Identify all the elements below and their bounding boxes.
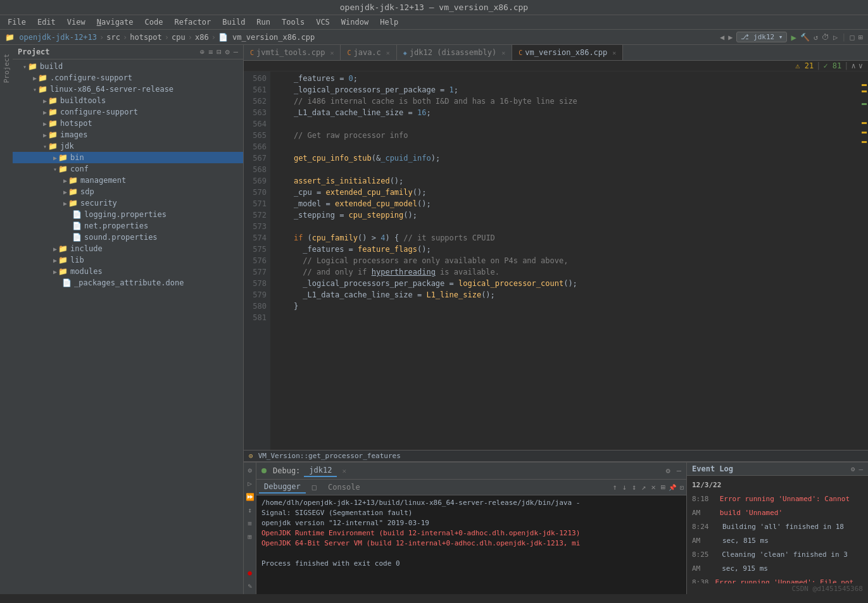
bottom-icon-7[interactable]: ●	[246, 568, 253, 578]
code-content[interactable]: _features = 0; _logical_processors_per_p…	[270, 71, 860, 450]
tree-folder-configure-support[interactable]: ▶ 📁 .configure-support	[13, 72, 243, 84]
menu-build[interactable]: Build	[217, 16, 250, 28]
event-row-3: 8:25 AM Cleaning 'clean' finished in 3 s…	[692, 548, 863, 576]
event-settings-icon[interactable]: ⚙	[851, 465, 855, 473]
tree-folder-bin[interactable]: ▶ 📁 bin	[13, 152, 243, 163]
sort-icon[interactable]: ≡	[208, 47, 213, 56]
chevron-up-icon[interactable]: ∧	[852, 61, 856, 70]
tree-folder-security[interactable]: ▶ 📁 security	[13, 197, 243, 209]
tree-folder-images[interactable]: ▶ 📁 images	[13, 129, 243, 140]
tab-jdk12-close[interactable]: ✕	[501, 49, 505, 56]
tree-folder-lib[interactable]: ▶ 📁 lib	[13, 254, 243, 266]
debug-tool-4[interactable]: ↗	[639, 482, 648, 493]
profile-icon[interactable]: ▷	[833, 33, 838, 42]
breadcrumb-x86[interactable]: x86	[195, 33, 209, 42]
breadcrumb-file[interactable]: 📄 vm_version_x86.cpp	[218, 33, 315, 42]
debug-tool-2[interactable]: ↓	[620, 482, 629, 493]
branch-selector[interactable]: ⎇ jdk12 ▾	[736, 32, 787, 42]
tab-vm-version-close[interactable]: ✕	[612, 49, 616, 56]
tab-jvmti[interactable]: C jvmti_tools.cpp ✕	[244, 45, 341, 60]
bottom-icon-4[interactable]: ↕	[246, 505, 253, 516]
tree-folder-jdk[interactable]: ▾ 📁 jdk	[13, 140, 243, 152]
folder-icon: 📁	[68, 176, 78, 185]
debug-settings-icon[interactable]: ⚙	[666, 466, 670, 475]
tree-file-logging[interactable]: 📄 logging.properties	[13, 209, 243, 220]
add-icon[interactable]: ⊕	[200, 47, 204, 56]
stop-icon[interactable]: □	[850, 33, 855, 42]
bottom-icon-6[interactable]: ⊞	[246, 532, 253, 542]
debug-content[interactable]: /home/dlh/openjdk-jdk-12+13/build/linux-…	[256, 495, 686, 594]
console-pin-icon[interactable]: 📌	[669, 484, 676, 491]
menu-code[interactable]: Code	[140, 16, 168, 28]
tree-folder-configure-support-child[interactable]: ▶ 📁 configure-support	[13, 106, 243, 118]
project-tab[interactable]: Project	[1, 50, 12, 87]
minimize-icon[interactable]: —	[234, 47, 238, 56]
tree-folder-linux[interactable]: ▾ 📁 linux-x86_64-server-release	[13, 84, 243, 95]
tree-folder-management[interactable]: ▶ 📁 management	[13, 175, 243, 186]
menu-refactor[interactable]: Refactor	[169, 16, 216, 28]
tab-jdk12[interactable]: ◈ jdk12 (disassembly) ✕	[397, 45, 512, 60]
menu-edit[interactable]: Edit	[32, 16, 61, 28]
code-editor[interactable]: 560 561 562 563 564 565 566 567 568 569 …	[244, 71, 868, 450]
tree-folder-modules[interactable]: ▶ 📁 modules	[13, 266, 243, 277]
bottom-icon-8[interactable]: ✎	[246, 581, 253, 592]
breadcrumb-project[interactable]: 📁 openjdk-jdk-12+13	[5, 33, 97, 42]
tree-file-net[interactable]: 📄 net.properties	[13, 220, 243, 232]
bottom-icon-2[interactable]: ▷	[246, 478, 253, 489]
build-hammer-icon[interactable]: 🔨	[800, 33, 810, 42]
menu-help[interactable]: Help	[375, 16, 403, 28]
tree-folder-conf[interactable]: ▾ 📁 conf	[13, 163, 243, 175]
event-minimize-icon[interactable]: —	[859, 465, 863, 473]
line-566: 566	[244, 141, 267, 152]
reload-icon[interactable]: ↺	[814, 33, 818, 42]
scroll-marker-warning-4	[862, 132, 867, 134]
tree-folder-build[interactable]: ▾ 📁 build	[13, 61, 243, 72]
arrow-linux: ▾	[33, 86, 37, 93]
debug-tool-6[interactable]: ⊞	[659, 482, 667, 493]
nav-back-icon[interactable]: ◀	[720, 33, 724, 42]
event-content[interactable]: 12/3/22 8:18 AM Error running 'Unnamed':…	[687, 476, 868, 583]
menu-tools[interactable]: Tools	[277, 16, 310, 28]
breadcrumb-cpu[interactable]: cpu	[172, 33, 186, 42]
debug-tab-close[interactable]: ✕	[342, 467, 346, 475]
run-button[interactable]: ▶	[791, 32, 796, 42]
menu-run[interactable]: Run	[251, 16, 275, 28]
tree-file-packages[interactable]: 📄 _packages_attribute.done	[13, 277, 243, 289]
tree-folder-hotspot[interactable]: ▶ 📁 hotspot	[13, 118, 243, 129]
layout-icon[interactable]: ⊞	[859, 33, 863, 42]
folder-icon: 📁	[28, 62, 37, 71]
debug-tool-1[interactable]: ↑	[611, 482, 619, 493]
console-dock-icon[interactable]: ⊡	[680, 484, 684, 491]
menu-navigate[interactable]: Navigate	[92, 16, 139, 28]
tree-folder-buildtools[interactable]: ▶ 📁 buildtools	[13, 95, 243, 106]
line-576: 576	[244, 255, 267, 266]
breadcrumb-src[interactable]: src	[106, 33, 120, 42]
debugger-tab[interactable]: Debugger	[259, 481, 306, 494]
tree-folder-sdp[interactable]: ▶ 📁 sdp	[13, 186, 243, 197]
tab-java-c-close[interactable]: ✕	[386, 49, 390, 56]
collapse-icon[interactable]: ⊟	[217, 47, 221, 56]
debug-tool-3[interactable]: ↕	[630, 482, 638, 493]
tab-vm-version[interactable]: C vm_version_x86.cpp ✕	[512, 45, 623, 60]
tree-file-sound[interactable]: 📄 sound.properties	[13, 232, 243, 243]
menu-window[interactable]: Window	[336, 16, 374, 28]
menu-vcs[interactable]: VCS	[311, 16, 335, 28]
folder-icon: 📁	[48, 96, 58, 105]
tab-java-c[interactable]: C java.c ✕	[341, 45, 396, 60]
bottom-icon-5[interactable]: ≡	[246, 518, 253, 529]
nav-forward-icon[interactable]: ▶	[728, 33, 733, 42]
debug-minimize-icon[interactable]: —	[677, 466, 681, 475]
breadcrumb-hotspot[interactable]: hotspot	[130, 33, 162, 42]
bottom-icon-1[interactable]: ⚙	[246, 465, 253, 476]
tree-folder-include[interactable]: ▶ 📁 include	[13, 243, 243, 254]
tab-jvmti-close[interactable]: ✕	[330, 49, 334, 56]
menu-view[interactable]: View	[62, 16, 91, 28]
chevron-down-icon[interactable]: ∨	[859, 61, 863, 70]
menu-file[interactable]: File	[3, 16, 31, 28]
console-tab[interactable]: Console	[323, 482, 365, 493]
coverage-icon[interactable]: ⏱	[822, 33, 829, 42]
debug-tool-5[interactable]: ✕	[650, 482, 658, 493]
settings-icon[interactable]: ⚙	[225, 47, 230, 56]
bottom-icon-3[interactable]: ⏩	[244, 492, 256, 502]
debug-tab-jdk12[interactable]: jdk12	[304, 464, 337, 477]
